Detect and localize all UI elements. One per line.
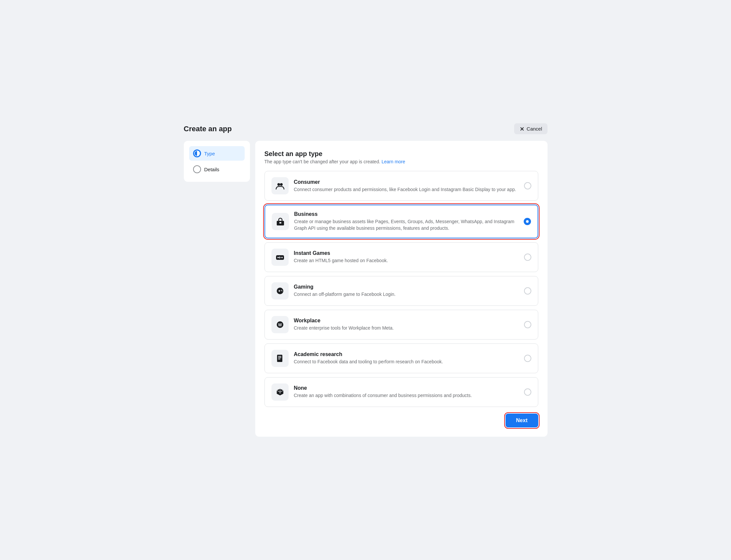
consumer-icon-wrap xyxy=(271,177,289,194)
instant-games-name: Instant Games xyxy=(294,250,519,256)
sidebar: Type Details xyxy=(184,141,250,182)
modal-header: Create an app Cancel xyxy=(184,123,548,134)
instant-games-icon xyxy=(275,253,285,262)
create-app-modal: Create an app Cancel Type Details Select… xyxy=(184,123,548,436)
consumer-desc: Connect consumer products and permission… xyxy=(294,186,519,193)
workplace-radio[interactable] xyxy=(524,321,531,328)
academic-research-name: Academic research xyxy=(294,351,519,357)
svg-rect-14 xyxy=(278,356,281,357)
academic-research-desc: Connect to Facebook data and tooling to … xyxy=(294,359,519,365)
svg-text:W: W xyxy=(278,323,282,327)
none-radio[interactable] xyxy=(524,388,531,396)
cancel-label: Cancel xyxy=(527,126,542,132)
business-desc: Create or manage business assets like Pa… xyxy=(294,219,518,231)
svg-point-10 xyxy=(281,290,282,291)
details-step-icon xyxy=(193,165,201,173)
none-desc: Create an app with combinations of consu… xyxy=(294,392,519,399)
instant-games-radio[interactable] xyxy=(524,254,531,261)
workplace-desc: Create enterprise tools for Workplace fr… xyxy=(294,325,519,332)
svg-rect-4 xyxy=(279,222,281,223)
consumer-radio[interactable] xyxy=(524,182,531,189)
academic-research-icon-wrap xyxy=(271,350,289,367)
section-subtitle: The app type can't be changed after your… xyxy=(264,159,538,164)
type-step-icon xyxy=(193,149,201,157)
option-none[interactable]: None Create an app with combinations of … xyxy=(264,377,538,407)
next-button[interactable]: Next xyxy=(506,414,538,427)
option-business[interactable]: Business Create or manage business asset… xyxy=(264,205,538,238)
workplace-icon: W xyxy=(275,320,285,329)
instant-games-icon-wrap xyxy=(271,249,289,266)
svg-rect-16 xyxy=(278,359,280,359)
svg-point-7 xyxy=(281,257,283,258)
modal-body: Type Details Select an app type The app … xyxy=(184,141,548,436)
option-workplace[interactable]: W Workplace Create enterprise tools for … xyxy=(264,310,538,340)
consumer-name: Consumer xyxy=(294,179,519,185)
main-content: Select an app type The app type can't be… xyxy=(255,141,548,436)
modal-title-text: Create an app xyxy=(184,125,232,133)
close-icon xyxy=(519,126,525,132)
academic-research-icon xyxy=(275,354,285,363)
gaming-radio[interactable] xyxy=(524,287,531,295)
gaming-desc: Connect an off-platform game to Facebook… xyxy=(294,291,519,298)
sidebar-details-label: Details xyxy=(204,167,220,172)
cancel-button[interactable]: Cancel xyxy=(514,123,548,134)
business-icon-wrap xyxy=(272,213,289,230)
none-icon-wrap xyxy=(271,383,289,401)
footer: Next xyxy=(264,414,538,427)
business-radio[interactable] xyxy=(524,218,531,225)
gaming-icon-wrap xyxy=(271,282,289,300)
gaming-name: Gaming xyxy=(294,284,519,290)
consumer-icon xyxy=(275,181,285,190)
svg-point-9 xyxy=(281,290,281,290)
workplace-icon-wrap: W xyxy=(271,316,289,333)
option-gaming[interactable]: Gaming Connect an off-platform game to F… xyxy=(264,276,538,306)
academic-research-radio[interactable] xyxy=(524,355,531,362)
svg-point-2 xyxy=(280,183,283,186)
sidebar-type-label: Type xyxy=(204,151,215,156)
option-instant-games[interactable]: Instant Games Create an HTML5 game hoste… xyxy=(264,242,538,272)
svg-point-1 xyxy=(277,183,280,186)
section-title: Select an app type xyxy=(264,150,538,158)
svg-rect-15 xyxy=(278,357,281,358)
none-name: None xyxy=(294,385,519,391)
sidebar-item-type[interactable]: Type xyxy=(189,146,245,161)
instant-games-desc: Create an HTML5 game hosted on Facebook. xyxy=(294,258,519,264)
business-icon xyxy=(276,217,285,226)
workplace-name: Workplace xyxy=(294,318,519,324)
business-name: Business xyxy=(294,211,518,217)
option-academic-research[interactable]: Academic research Connect to Facebook da… xyxy=(264,343,538,373)
learn-more-link[interactable]: Learn more xyxy=(382,159,405,164)
svg-rect-13 xyxy=(277,355,282,362)
option-consumer[interactable]: Consumer Connect consumer products and p… xyxy=(264,171,538,201)
sidebar-item-details[interactable]: Details xyxy=(189,162,245,177)
